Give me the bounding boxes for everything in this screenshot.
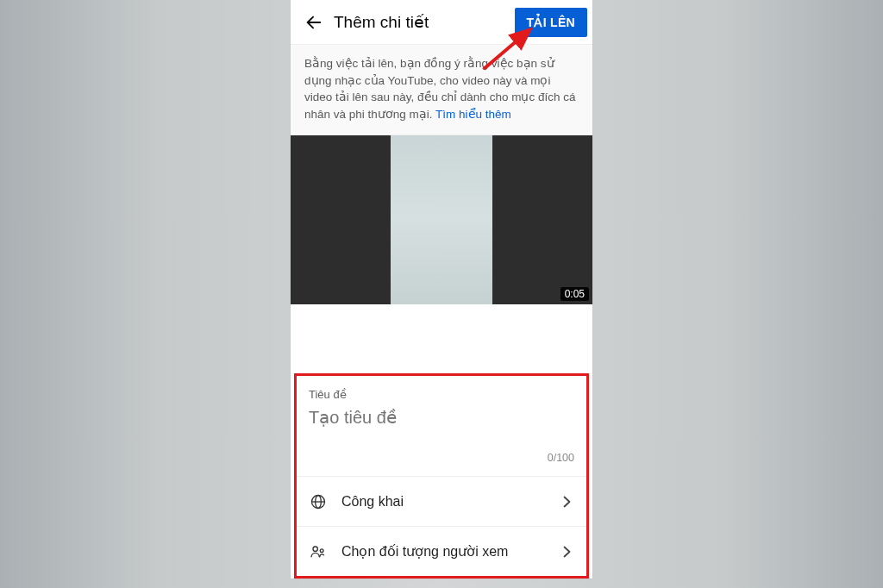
spacer <box>291 304 592 373</box>
visibility-label: Công khai <box>341 494 545 510</box>
svg-point-7 <box>320 549 323 553</box>
app-screen: Thêm chi tiết TẢI LÊN Bằng việc tải lên,… <box>291 0 592 579</box>
audience-label: Chọn đối tượng người xem <box>341 543 545 560</box>
header-bar: Thêm chi tiết TẢI LÊN <box>291 0 592 45</box>
visibility-row[interactable]: Công khai <box>297 476 586 526</box>
title-field-label: Tiêu đề <box>309 388 574 401</box>
globe-icon <box>309 492 328 511</box>
chevron-right-icon <box>559 544 574 560</box>
back-button[interactable] <box>299 8 329 37</box>
form-highlight-box: Tiêu đề 0/100 Công khai <box>294 373 589 579</box>
arrow-left-icon <box>304 13 323 32</box>
audience-row[interactable]: Chọn đối tượng người xem <box>297 526 586 576</box>
svg-point-6 <box>313 547 317 551</box>
title-section: Tiêu đề 0/100 <box>297 376 586 476</box>
upload-notice: Bằng việc tải lên, bạn đồng ý rằng việc … <box>291 45 592 135</box>
char-counter: 0/100 <box>309 433 574 469</box>
page-title: Thêm chi tiết <box>329 12 515 32</box>
title-input[interactable] <box>309 406 574 433</box>
video-thumbnail[interactable]: 0:05 <box>291 135 592 304</box>
chevron-right-icon <box>559 494 574 510</box>
duration-badge: 0:05 <box>560 287 589 301</box>
upload-button[interactable]: TẢI LÊN <box>515 8 587 37</box>
audience-icon <box>309 542 328 561</box>
thumbnail-image <box>391 135 492 304</box>
learn-more-link[interactable]: Tìm hiểu thêm <box>435 108 511 121</box>
